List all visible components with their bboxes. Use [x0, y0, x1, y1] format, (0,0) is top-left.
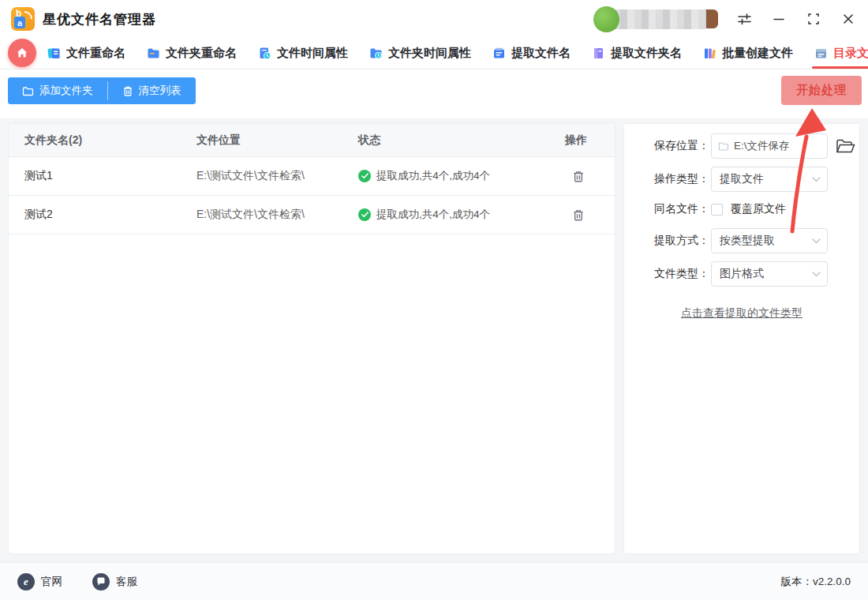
tab-batch-create[interactable]: 批量创建文件 — [703, 38, 793, 69]
clear-list-label: 清空列表 — [139, 84, 181, 98]
user-avatar[interactable] — [593, 6, 619, 32]
trash-icon — [572, 208, 585, 222]
home-button[interactable] — [8, 39, 36, 67]
extract-mode-value: 按类型提取 — [720, 234, 775, 248]
folder-time-icon — [369, 47, 383, 60]
tab-extract-foldername[interactable]: 提取文件夹名 — [592, 38, 682, 69]
app-title: 星优文件名管理器 — [43, 10, 156, 28]
overwrite-label: 覆盖原文件 — [731, 202, 786, 216]
extract-mode-row: 提取方式： 按类型提取 — [624, 228, 859, 253]
official-website-link[interactable]: e 官网 — [17, 573, 62, 591]
folder-rename-icon — [147, 47, 160, 60]
view-file-types-link[interactable]: 点击查看提取的文件类型 — [681, 306, 803, 319]
version-text: 版本：v2.2.0.0 — [780, 575, 851, 589]
same-name-row: 同名文件： 覆盖原文件 — [624, 200, 859, 219]
same-name-label: 同名文件： — [624, 202, 709, 216]
tab-folder-time[interactable]: 文件夹时间属性 — [369, 38, 471, 69]
save-location-row: 保存位置： E:\文件保存 — [624, 133, 859, 159]
open-folder-icon — [835, 137, 855, 156]
toolbar-button-group: 添加文件夹 清空列表 — [8, 77, 196, 104]
tab-label: 批量创建文件 — [722, 46, 793, 61]
delete-row-button[interactable] — [568, 168, 589, 185]
tab-file-rename[interactable]: 文件重命名 — [47, 38, 125, 69]
tab-label: 文件重命名 — [66, 46, 125, 61]
table-row: 测试1 E:\测试文件\文件检索\ 提取成功,共4个,成功4个 — [9, 157, 615, 196]
folder-name: 测试1 — [24, 169, 196, 183]
footer: e 官网 客服 版本：v2.2.0.0 — [0, 562, 868, 600]
tab-label: 文件夹时间属性 — [388, 46, 471, 61]
status-cell: 提取成功,共4个,成功4个 — [358, 169, 565, 183]
col-status: 状态 — [358, 133, 565, 148]
user-account[interactable] — [593, 6, 718, 32]
operation-type-row: 操作类型： 提取文件 — [624, 167, 859, 192]
file-type-row: 文件类型： 图片格式 — [624, 261, 859, 287]
maximize-button[interactable] — [805, 10, 822, 28]
merge-extract-icon — [814, 47, 828, 60]
tab-file-time[interactable]: 文件时间属性 — [258, 38, 348, 69]
titlebar: b a 星优文件名管理器 — [0, 0, 868, 38]
browser-e-icon: e — [17, 573, 35, 591]
browse-folder-button[interactable] — [835, 137, 855, 156]
tab-label: 提取文件名 — [511, 46, 571, 61]
vip-badge-icon — [705, 9, 718, 28]
main-content: 文件夹名(2) 文件位置 状态 操作 测试1 E:\测试文件\文件检索\ 提取成… — [0, 118, 868, 562]
file-type-value: 图片格式 — [720, 267, 764, 281]
batch-create-icon — [703, 47, 716, 60]
file-location: E:\测试文件\文件检索\ — [196, 208, 358, 222]
toolbar: 添加文件夹 清空列表 开始处理 — [0, 69, 868, 118]
table-row: 测试2 E:\测试文件\文件检索\ 提取成功,共4个,成功4个 — [9, 196, 615, 234]
folder-list-panel: 文件夹名(2) 文件位置 状态 操作 测试1 E:\测试文件\文件检索\ 提取成… — [8, 123, 615, 554]
add-folder-label: 添加文件夹 — [39, 84, 93, 98]
folder-icon — [718, 141, 729, 152]
delete-row-button[interactable] — [568, 207, 589, 223]
file-location: E:\测试文件\文件检索\ — [196, 169, 358, 183]
operation-type-label: 操作类型： — [624, 172, 709, 186]
website-label: 官网 — [41, 575, 62, 589]
tab-extract-filename[interactable]: 提取文件名 — [492, 38, 571, 69]
folder-name: 测试2 — [24, 208, 196, 222]
operation-type-select[interactable]: 提取文件 — [711, 167, 828, 192]
success-check-icon — [358, 170, 371, 182]
success-check-icon — [358, 208, 371, 221]
chevron-down-icon — [812, 177, 821, 182]
settings-sliders-icon[interactable] — [735, 10, 753, 28]
view-file-types-row: 点击查看提取的文件类型 — [624, 306, 859, 321]
extract-foldername-icon — [592, 47, 605, 60]
tab-label: 文件时间属性 — [277, 46, 348, 61]
folder-add-icon — [22, 85, 34, 97]
save-location-value: E:\文件保存 — [734, 139, 790, 153]
file-type-select[interactable]: 图片格式 — [711, 261, 828, 287]
minimize-button[interactable] — [770, 10, 788, 28]
table-header: 文件夹名(2) 文件位置 状态 操作 — [9, 124, 615, 157]
add-folder-button[interactable]: 添加文件夹 — [8, 77, 107, 104]
app-window: b a 星优文件名管理器 — [0, 0, 868, 600]
tab-bar: 文件重命名 文件夹重命名 文件时间属性 文件夹时间属性 提取文件名 提取文件夹名 — [0, 38, 868, 69]
chevron-down-icon — [812, 238, 821, 244]
col-file-location: 文件位置 — [196, 133, 358, 148]
tab-folder-rename[interactable]: 文件夹重命名 — [147, 38, 237, 69]
tab-merge-extract[interactable]: 目录文件合并/提取 — [814, 38, 868, 69]
clear-list-button[interactable]: 清空列表 — [108, 77, 196, 104]
extract-mode-select[interactable]: 按类型提取 — [711, 228, 828, 253]
app-logo-icon: b a — [11, 7, 35, 31]
extract-filename-icon — [492, 47, 506, 60]
save-location-input[interactable]: E:\文件保存 — [711, 133, 828, 159]
tab-label: 文件夹重命名 — [166, 46, 237, 61]
overwrite-checkbox[interactable] — [711, 204, 723, 216]
save-location-label: 保存位置： — [624, 139, 709, 153]
trash-icon — [122, 85, 133, 97]
customer-support-link[interactable]: 客服 — [92, 573, 137, 591]
status-text: 提取成功,共4个,成功4个 — [376, 208, 490, 222]
col-actions: 操作 — [565, 133, 599, 148]
chat-bubble-icon — [92, 573, 110, 591]
support-label: 客服 — [116, 575, 137, 589]
file-time-icon — [258, 47, 271, 60]
operation-type-value: 提取文件 — [720, 172, 764, 186]
close-button[interactable] — [840, 10, 857, 28]
home-icon — [16, 47, 28, 59]
start-button[interactable]: 开始处理 — [781, 76, 862, 105]
tab-label: 提取文件夹名 — [611, 46, 682, 61]
status-text: 提取成功,共4个,成功4个 — [376, 169, 490, 183]
trash-icon — [572, 170, 585, 183]
col-folder-name: 文件夹名(2) — [24, 133, 196, 148]
